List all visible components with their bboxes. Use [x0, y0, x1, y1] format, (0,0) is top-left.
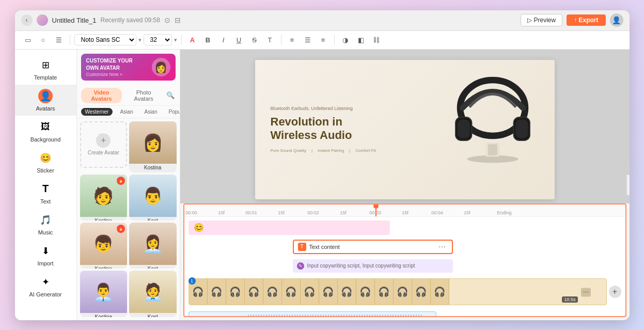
template-icon: ⊞ — [38, 58, 53, 72]
ruler-mark-4: 00:02 — [307, 210, 319, 215]
rect-tool-button[interactable]: ▭ — [21, 33, 35, 46]
ruler-mark-2: 00:01 — [245, 210, 257, 215]
video-frame-10: 🎧 — [356, 279, 375, 305]
toolbar-separator-3 — [281, 35, 281, 45]
emoji-track-content: 😊 — [194, 223, 204, 232]
slide-footer-item2: Instant Pairing — [318, 148, 344, 153]
text-label: Text — [40, 198, 51, 205]
avatar-card-kostina3[interactable]: 👨 Kost — [129, 175, 177, 221]
video-avatars-tab[interactable]: Video Avatars — [81, 88, 122, 103]
video-frame-6: 🎧 — [282, 279, 301, 305]
link-button[interactable]: ⛓ — [370, 33, 383, 46]
text-icon: T — [38, 182, 53, 196]
emoji-track[interactable]: 😊 — [189, 221, 390, 235]
lines-tool-button[interactable]: ☰ — [52, 33, 66, 46]
filter-asian2[interactable]: Asian — [140, 108, 161, 116]
ruler-mark-6: 00:03 — [369, 210, 381, 215]
font-family-select[interactable]: Noto Sans SC — [74, 34, 136, 45]
promo-figure-icon: 👩 — [152, 58, 170, 76]
avatar-card-extra2[interactable]: 🧑‍💼 Kost — [129, 271, 177, 317]
sidebar-item-template[interactable]: ⊞ Template — [15, 54, 76, 85]
video-frame-3: 🎧 — [226, 279, 245, 305]
text-style-button[interactable]: T — [263, 33, 277, 46]
italic-button[interactable]: I — [217, 33, 230, 46]
script-track-label: Input copywriting script, Input copywrit… — [307, 263, 415, 269]
avatar-card-kostina2[interactable]: 🧑 🔥 Kostina — [80, 175, 128, 221]
circle-tool-button[interactable]: ○ — [37, 33, 50, 46]
title-bar: ‹ Untitled Title_1 Recently saved 09:58 … — [15, 10, 630, 31]
back-button[interactable]: ‹ — [21, 14, 33, 26]
contrast-button[interactable]: ◑ — [339, 33, 352, 46]
ruler-mark-9: 15f — [464, 210, 470, 215]
music-track[interactable]: ♪ Music-Beautiful Day ⋯ — [189, 311, 436, 316]
photo-avatars-tab[interactable]: Photo Avatars — [124, 88, 163, 103]
font-size-select[interactable]: 32 — [144, 34, 172, 45]
svg-rect-4 — [515, 119, 528, 138]
preview-button[interactable]: ▷ Preview — [521, 14, 562, 26]
avatar-search-button[interactable]: 🔍 — [165, 90, 175, 101]
video-frame-5: 🎧 — [263, 279, 282, 305]
sidebar-item-background[interactable]: 🖼 Background — [15, 116, 76, 147]
text-content-more-button[interactable]: ⋯ — [436, 241, 448, 253]
sidebar-item-ai-generator[interactable]: ✦ AI Generator — [15, 271, 76, 302]
avatar-card-extra1[interactable]: 👨‍💼 Kostina — [80, 271, 128, 317]
ruler-mark-7: 15f — [402, 210, 409, 215]
sidebar-item-import[interactable]: ⬇ Import — [15, 240, 76, 271]
video-more-button[interactable]: ⋯ — [581, 288, 591, 296]
slide-product-image — [441, 65, 544, 179]
align-left-button[interactable]: ≡ — [286, 33, 299, 46]
video-frame-13: 🎧 — [412, 279, 431, 305]
timeline-area: 00:00 15f 00:01 15f 00:02 15f 00:03 15f … — [183, 203, 626, 317]
video-more-icon[interactable]: ⋯ — [581, 287, 591, 296]
avatar-card-kost4[interactable]: 👦 🔥 Kostina — [80, 223, 128, 269]
chevron-down-icon: ▾ — [138, 37, 142, 43]
strikethrough-button[interactable]: S — [248, 33, 261, 46]
toolbar-separator-2 — [181, 35, 182, 45]
timeline-ruler: 00:00 15f 00:01 15f 00:02 15f 00:03 15f … — [184, 205, 625, 217]
save-icon: ⊙ — [164, 16, 170, 24]
import-icon: ⬇ — [38, 244, 53, 258]
script-track[interactable]: ✎ Input copywriting script, Input copywr… — [293, 259, 453, 273]
shadow-button[interactable]: ◧ — [354, 33, 368, 46]
promo-text-area: CUSTOMIZE YOUR OWN AVATAR Customize Now … — [86, 57, 133, 77]
underline-button[interactable]: U — [232, 33, 246, 46]
track-row-text-content: T Text content ⋯ — [184, 238, 625, 256]
promo-title-line2: OWN AVATAR — [86, 65, 133, 72]
export-button[interactable]: ↑ Export — [567, 14, 605, 26]
color-text-button[interactable]: A — [186, 33, 199, 46]
ruler-mark-0: 00:00 — [185, 210, 197, 215]
align-center-button[interactable]: ☰ — [301, 33, 315, 46]
filter-westerner[interactable]: Westerner — [81, 108, 113, 116]
add-track-button[interactable]: + — [609, 286, 621, 298]
video-track[interactable]: 🎧 🎧 🎧 🎧 🎧 🎧 🎧 🎧 🎧 🎧 🎧 — [189, 278, 607, 305]
avatar-promo-banner[interactable]: CUSTOMIZE YOUR OWN AVATAR Customize Now … — [81, 54, 176, 81]
slide-footer-separator1: | — [311, 148, 312, 153]
user-avatar[interactable]: 👤 — [610, 13, 623, 27]
video-frame-14: 🎧 — [431, 279, 449, 305]
create-avatar-card[interactable]: + Create Avatar — [80, 121, 128, 168]
avatar-name-kost4: Kostina — [80, 265, 128, 269]
sidebar-item-avatars[interactable]: 👤 Avatars — [15, 85, 76, 116]
avatar-card-kostina1[interactable]: 👩 Kostina — [129, 121, 177, 172]
canvas-slide[interactable]: Bluetooth Earbuds, Unfettered Listening … — [255, 60, 555, 199]
avatar-card-kostina4[interactable]: 👩‍💼 Kost — [129, 223, 177, 269]
avatar-name-kost3: Kostina — [80, 217, 128, 221]
align-right-button[interactable]: ≡ — [317, 33, 330, 46]
filter-asian1[interactable]: Asian — [116, 108, 137, 116]
text-content-label: Text content — [309, 244, 433, 250]
main-window: ‹ Untitled Title_1 Recently saved 09:58 … — [15, 10, 630, 320]
text-content-track[interactable]: T Text content ⋯ — [293, 240, 453, 254]
sidebar-item-music[interactable]: 🎵 Music — [15, 209, 76, 240]
avatar-panel: CUSTOMIZE YOUR OWN AVATAR Customize Now … — [77, 50, 180, 320]
avatar-image-kostina3: 👨 — [129, 175, 177, 217]
sidebar-item-sticker[interactable]: 😊 Sticker — [15, 147, 76, 178]
music-track-label: Music-Beautiful Day — [199, 316, 245, 316]
sidebar-item-text[interactable]: T Text — [15, 178, 76, 209]
create-plus-icon: + — [96, 133, 111, 148]
music-more-button[interactable]: ⋯ — [426, 315, 432, 316]
avatar-badge-fire2: 🔥 — [117, 225, 125, 233]
filter-popular[interactable]: Popular — [164, 108, 180, 116]
bold-button[interactable]: B — [201, 33, 215, 46]
panel-collapse-handle[interactable]: › — [626, 175, 630, 195]
ai-generator-icon: ✦ — [38, 275, 53, 289]
